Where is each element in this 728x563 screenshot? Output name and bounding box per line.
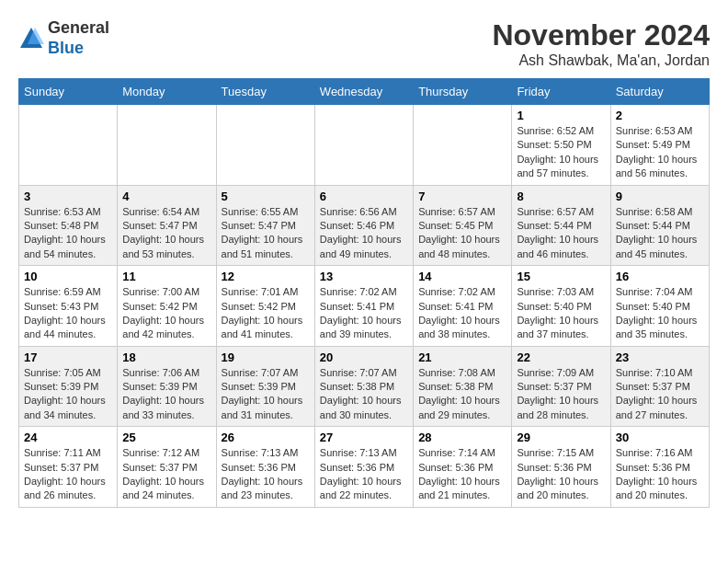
month-title: November 2024 bbox=[492, 18, 710, 52]
day-number: 25 bbox=[122, 431, 210, 444]
week-row-2: 3Sunrise: 6:53 AM Sunset: 5:48 PM Daylig… bbox=[19, 185, 710, 266]
calendar-cell: 11Sunrise: 7:00 AM Sunset: 5:42 PM Dayli… bbox=[118, 266, 216, 347]
day-info: Sunrise: 7:07 AM Sunset: 5:38 PM Dayligh… bbox=[320, 366, 408, 423]
location-title: Ash Shawbak, Ma'an, Jordan bbox=[492, 52, 710, 69]
day-number: 16 bbox=[616, 270, 704, 283]
weekday-header-friday: Friday bbox=[512, 79, 610, 105]
day-number: 13 bbox=[320, 270, 408, 283]
calendar-cell: 28Sunrise: 7:14 AM Sunset: 5:36 PM Dayli… bbox=[414, 427, 512, 508]
day-number: 15 bbox=[517, 270, 605, 283]
calendar-cell: 13Sunrise: 7:02 AM Sunset: 5:41 PM Dayli… bbox=[314, 266, 413, 347]
calendar-cell: 9Sunrise: 6:58 AM Sunset: 5:44 PM Daylig… bbox=[610, 185, 709, 266]
calendar-cell: 20Sunrise: 7:07 AM Sunset: 5:38 PM Dayli… bbox=[314, 346, 413, 427]
calendar-cell: 29Sunrise: 7:15 AM Sunset: 5:36 PM Dayli… bbox=[512, 427, 610, 508]
day-number: 7 bbox=[418, 190, 506, 203]
weekday-header-row: SundayMondayTuesdayWednesdayThursdayFrid… bbox=[19, 79, 710, 105]
day-number: 18 bbox=[122, 350, 210, 364]
day-info: Sunrise: 7:07 AM Sunset: 5:39 PM Dayligh… bbox=[222, 366, 310, 423]
calendar-cell: 19Sunrise: 7:07 AM Sunset: 5:39 PM Dayli… bbox=[216, 346, 314, 427]
day-info: Sunrise: 6:54 AM Sunset: 5:47 PM Dayligh… bbox=[122, 205, 210, 262]
day-number: 2 bbox=[616, 109, 704, 122]
week-row-4: 17Sunrise: 7:05 AM Sunset: 5:39 PM Dayli… bbox=[19, 346, 710, 427]
day-number: 14 bbox=[418, 270, 506, 283]
calendar-cell: 17Sunrise: 7:05 AM Sunset: 5:39 PM Dayli… bbox=[19, 346, 118, 427]
day-number: 29 bbox=[517, 431, 605, 444]
calendar-cell: 3Sunrise: 6:53 AM Sunset: 5:48 PM Daylig… bbox=[19, 185, 118, 266]
calendar-cell: 4Sunrise: 6:54 AM Sunset: 5:47 PM Daylig… bbox=[118, 185, 216, 266]
calendar-cell bbox=[19, 105, 118, 186]
calendar-cell bbox=[314, 105, 413, 186]
day-info: Sunrise: 7:11 AM Sunset: 5:37 PM Dayligh… bbox=[24, 446, 112, 503]
day-number: 21 bbox=[418, 350, 506, 364]
weekday-header-tuesday: Tuesday bbox=[216, 79, 314, 105]
day-info: Sunrise: 6:52 AM Sunset: 5:50 PM Dayligh… bbox=[517, 124, 605, 181]
day-number: 17 bbox=[24, 350, 112, 364]
day-info: Sunrise: 7:13 AM Sunset: 5:36 PM Dayligh… bbox=[320, 446, 408, 503]
day-info: Sunrise: 7:16 AM Sunset: 5:36 PM Dayligh… bbox=[616, 446, 704, 503]
day-number: 27 bbox=[320, 431, 408, 444]
weekday-header-sunday: Sunday bbox=[19, 79, 118, 105]
calendar-cell: 15Sunrise: 7:03 AM Sunset: 5:40 PM Dayli… bbox=[512, 266, 610, 347]
day-info: Sunrise: 7:12 AM Sunset: 5:37 PM Dayligh… bbox=[122, 446, 210, 503]
week-row-5: 24Sunrise: 7:11 AM Sunset: 5:37 PM Dayli… bbox=[19, 427, 710, 508]
day-info: Sunrise: 7:00 AM Sunset: 5:42 PM Dayligh… bbox=[122, 285, 210, 342]
day-info: Sunrise: 6:53 AM Sunset: 5:49 PM Dayligh… bbox=[616, 124, 704, 181]
calendar-cell: 16Sunrise: 7:04 AM Sunset: 5:40 PM Dayli… bbox=[610, 266, 709, 347]
calendar-cell: 23Sunrise: 7:10 AM Sunset: 5:37 PM Dayli… bbox=[610, 346, 709, 427]
calendar-cell: 1Sunrise: 6:52 AM Sunset: 5:50 PM Daylig… bbox=[512, 105, 610, 186]
day-info: Sunrise: 7:02 AM Sunset: 5:41 PM Dayligh… bbox=[418, 285, 506, 342]
week-row-1: 1Sunrise: 6:52 AM Sunset: 5:50 PM Daylig… bbox=[19, 105, 710, 186]
day-number: 19 bbox=[222, 350, 310, 364]
logo: General Blue bbox=[18, 18, 109, 58]
day-number: 23 bbox=[616, 350, 704, 364]
day-number: 6 bbox=[320, 190, 408, 203]
day-info: Sunrise: 7:05 AM Sunset: 5:39 PM Dayligh… bbox=[24, 366, 112, 423]
logo-blue: Blue bbox=[48, 39, 109, 59]
day-number: 10 bbox=[24, 270, 112, 283]
calendar-cell: 7Sunrise: 6:57 AM Sunset: 5:45 PM Daylig… bbox=[414, 185, 512, 266]
day-info: Sunrise: 6:55 AM Sunset: 5:47 PM Dayligh… bbox=[222, 205, 310, 262]
calendar-cell bbox=[118, 105, 216, 186]
calendar-cell: 27Sunrise: 7:13 AM Sunset: 5:36 PM Dayli… bbox=[314, 427, 413, 508]
day-number: 20 bbox=[320, 350, 408, 364]
day-number: 28 bbox=[418, 431, 506, 444]
calendar-cell: 5Sunrise: 6:55 AM Sunset: 5:47 PM Daylig… bbox=[216, 185, 314, 266]
calendar-cell: 8Sunrise: 6:57 AM Sunset: 5:44 PM Daylig… bbox=[512, 185, 610, 266]
day-info: Sunrise: 7:15 AM Sunset: 5:36 PM Dayligh… bbox=[517, 446, 605, 503]
weekday-header-wednesday: Wednesday bbox=[314, 79, 413, 105]
calendar-cell: 18Sunrise: 7:06 AM Sunset: 5:39 PM Dayli… bbox=[118, 346, 216, 427]
day-info: Sunrise: 6:58 AM Sunset: 5:44 PM Dayligh… bbox=[616, 205, 704, 262]
calendar-table: SundayMondayTuesdayWednesdayThursdayFrid… bbox=[18, 78, 710, 508]
calendar-cell: 6Sunrise: 6:56 AM Sunset: 5:46 PM Daylig… bbox=[314, 185, 413, 266]
day-number: 26 bbox=[222, 431, 310, 444]
day-number: 1 bbox=[517, 109, 605, 122]
logo-icon bbox=[18, 26, 44, 52]
weekday-header-thursday: Thursday bbox=[414, 79, 512, 105]
day-info: Sunrise: 6:53 AM Sunset: 5:48 PM Dayligh… bbox=[24, 205, 112, 262]
day-info: Sunrise: 7:09 AM Sunset: 5:37 PM Dayligh… bbox=[517, 366, 605, 423]
calendar-cell: 2Sunrise: 6:53 AM Sunset: 5:49 PM Daylig… bbox=[610, 105, 709, 186]
day-number: 22 bbox=[517, 350, 605, 364]
day-number: 11 bbox=[122, 270, 210, 283]
day-info: Sunrise: 7:13 AM Sunset: 5:36 PM Dayligh… bbox=[222, 446, 310, 503]
day-info: Sunrise: 6:57 AM Sunset: 5:45 PM Dayligh… bbox=[418, 205, 506, 262]
calendar-cell: 25Sunrise: 7:12 AM Sunset: 5:37 PM Dayli… bbox=[118, 427, 216, 508]
day-number: 3 bbox=[24, 190, 112, 203]
day-info: Sunrise: 7:08 AM Sunset: 5:38 PM Dayligh… bbox=[418, 366, 506, 423]
calendar-cell bbox=[414, 105, 512, 186]
calendar-cell: 26Sunrise: 7:13 AM Sunset: 5:36 PM Dayli… bbox=[216, 427, 314, 508]
calendar-cell: 30Sunrise: 7:16 AM Sunset: 5:36 PM Dayli… bbox=[610, 427, 709, 508]
calendar-cell: 24Sunrise: 7:11 AM Sunset: 5:37 PM Dayli… bbox=[19, 427, 118, 508]
day-info: Sunrise: 6:56 AM Sunset: 5:46 PM Dayligh… bbox=[320, 205, 408, 262]
day-info: Sunrise: 7:02 AM Sunset: 5:41 PM Dayligh… bbox=[320, 285, 408, 342]
week-row-3: 10Sunrise: 6:59 AM Sunset: 5:43 PM Dayli… bbox=[19, 266, 710, 347]
day-info: Sunrise: 7:06 AM Sunset: 5:39 PM Dayligh… bbox=[122, 366, 210, 423]
calendar-cell: 22Sunrise: 7:09 AM Sunset: 5:37 PM Dayli… bbox=[512, 346, 610, 427]
logo-general: General bbox=[48, 18, 109, 39]
day-info: Sunrise: 7:10 AM Sunset: 5:37 PM Dayligh… bbox=[616, 366, 704, 423]
calendar-cell: 21Sunrise: 7:08 AM Sunset: 5:38 PM Dayli… bbox=[414, 346, 512, 427]
day-number: 24 bbox=[24, 431, 112, 444]
calendar-cell: 10Sunrise: 6:59 AM Sunset: 5:43 PM Dayli… bbox=[19, 266, 118, 347]
day-info: Sunrise: 7:03 AM Sunset: 5:40 PM Dayligh… bbox=[517, 285, 605, 342]
day-number: 8 bbox=[517, 190, 605, 203]
